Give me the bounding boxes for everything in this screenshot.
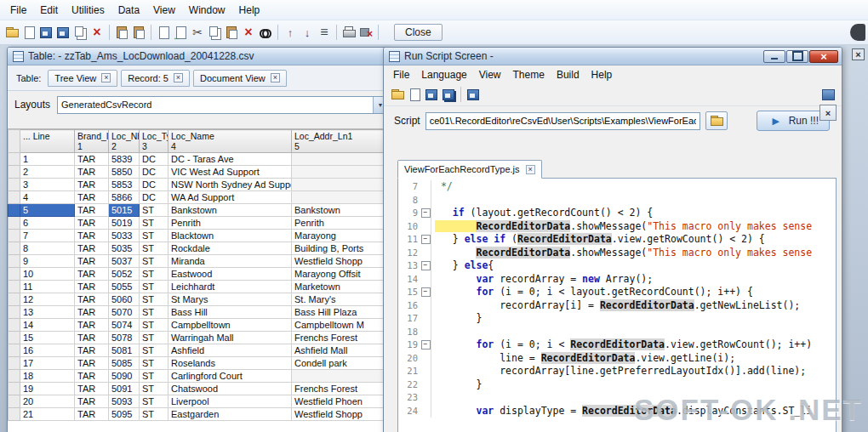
table-cell[interactable]: 11	[20, 281, 75, 293]
panel-close-button[interactable]	[819, 105, 837, 121]
document-export-icon[interactable]	[173, 25, 188, 40]
row-selector[interactable]	[9, 191, 20, 204]
table-cell[interactable]: Penrith	[292, 217, 386, 230]
paste-2-icon[interactable]	[224, 25, 239, 40]
table-cell[interactable]: 5	[20, 204, 75, 217]
table-cell[interactable]: Bass Hill	[168, 306, 292, 319]
code-line[interactable]: 10 RecordEditorData.showMessage("This ma…	[398, 220, 836, 234]
code-line[interactable]: 24 var displayType = RecordEditorData.di…	[398, 405, 836, 418]
table-cell[interactable]: 5035	[109, 242, 140, 255]
table-row[interactable]: 21TAR5095STEastgardenWestfield Shopp	[9, 408, 386, 421]
table-cell[interactable]: Roselands	[168, 357, 292, 370]
table-cell[interactable]: ST	[140, 383, 168, 395]
code-line[interactable]: 9 if (layout.getRecordCount() < 2) {	[398, 207, 836, 220]
table-cell[interactable]: 5074	[109, 319, 140, 332]
new-document-icon[interactable]	[21, 25, 37, 40]
table-cell[interactable]: Frenchs Forest	[292, 383, 386, 395]
table-cell[interactable]: 5853	[109, 179, 140, 191]
table-cell[interactable]: Chatswood	[168, 383, 292, 395]
close-button[interactable]	[809, 50, 838, 63]
table-cell[interactable]: ST	[140, 319, 168, 332]
tab-close-icon[interactable]	[271, 73, 280, 82]
table-cell[interactable]: 5015	[109, 204, 140, 217]
table-cell[interactable]: Ashfield	[168, 344, 292, 357]
table-cell[interactable]: Leichhardt	[168, 281, 292, 293]
table-cell[interactable]: VIC West Ad Support	[168, 166, 292, 179]
table-row[interactable]: 11TAR5055STLeichhardtMarketown	[9, 281, 386, 293]
row-selector[interactable]	[9, 153, 20, 166]
save-icon[interactable]	[38, 25, 54, 40]
script-menu-file[interactable]: File	[387, 67, 415, 82]
table-cell[interactable]: 5850	[109, 166, 140, 179]
table-cell[interactable]: TAR	[75, 408, 109, 421]
open-folder-icon[interactable]	[390, 87, 405, 102]
table-row[interactable]: 4TAR5866DCWA Ad Support	[9, 191, 386, 204]
table-cell[interactable]: 16	[20, 344, 75, 357]
code-line[interactable]: 16 recordArray[i] = RecordEditorData.get…	[398, 299, 836, 313]
table-cell[interactable]: TAR	[75, 370, 109, 383]
script-menu-build[interactable]: Build	[551, 67, 585, 82]
fold-toggle-icon[interactable]	[420, 338, 431, 352]
table-cell[interactable]: ST	[140, 370, 168, 383]
table-cell[interactable]: TAR	[75, 281, 109, 293]
table-row[interactable]: 13TAR5070STBass HillBass Hill Plaza	[9, 306, 386, 319]
fold-toggle-icon[interactable]	[420, 286, 431, 299]
browse-button[interactable]	[705, 111, 728, 130]
row-selector[interactable]	[9, 255, 20, 268]
table-cell[interactable]: Campbelltown M	[292, 319, 386, 332]
table-cell[interactable]: 5839	[109, 153, 140, 166]
table-cell[interactable]: TAR	[75, 357, 109, 370]
console-icon[interactable]	[820, 87, 836, 102]
table-cell[interactable]: ST	[140, 281, 168, 293]
code-line[interactable]: 17 }	[398, 312, 836, 326]
table-cell[interactable]: 5081	[109, 344, 140, 357]
table-cell[interactable]: 6	[20, 217, 75, 230]
row-selector[interactable]	[9, 383, 20, 395]
table-cell[interactable]: Frenchs Forest	[292, 332, 386, 344]
find-icon[interactable]	[258, 25, 273, 40]
code-line[interactable]: 19 for (i = 0; i < RecordEditorData.view…	[398, 338, 836, 352]
column-header[interactable]: Brand_Id1	[75, 130, 109, 153]
table-cell[interactable]: 2	[20, 166, 75, 179]
table-row[interactable]: 20TAR5093STLiverpoolWestfield Phoen	[9, 395, 386, 408]
table-cell[interactable]: Rockdale	[168, 242, 292, 255]
menu-window[interactable]: Window	[182, 2, 232, 19]
table-cell[interactable]: St. Mary's	[292, 293, 386, 306]
table-row[interactable]: 10TAR5052STEastwoodMarayong Offsit	[9, 268, 386, 281]
table-row[interactable]: 5TAR5015STBankstownBankstown	[9, 204, 386, 217]
table-cell[interactable]: ST	[140, 408, 168, 421]
column-header[interactable]: Loc_Name4	[168, 130, 292, 153]
row-selector[interactable]	[9, 357, 20, 370]
mdi-close-icon[interactable]	[852, 48, 865, 60]
table-cell[interactable]: Blacktown	[168, 230, 292, 242]
table-cell[interactable]: TAR	[75, 242, 109, 255]
code-line[interactable]: 8	[398, 194, 836, 207]
table-cell[interactable]: WA Ad Support	[168, 191, 292, 204]
table-cell[interactable]	[292, 191, 386, 204]
table-cell[interactable]: 5055	[109, 281, 140, 293]
table-cell[interactable]	[292, 179, 386, 191]
menu-edit[interactable]: Edit	[33, 2, 65, 19]
table-row[interactable]: 3TAR5853DCNSW North Sydney Ad Support	[9, 179, 386, 191]
table-cell[interactable]	[292, 153, 386, 166]
table-cell[interactable]: 21	[20, 408, 75, 421]
row-selector[interactable]	[9, 281, 20, 293]
script-menu-theme[interactable]: Theme	[507, 67, 551, 82]
code-line[interactable]: 23	[398, 391, 836, 405]
table-row[interactable]: 12TAR5060STSt MarysSt. Mary's	[9, 293, 386, 306]
row-selector[interactable]	[9, 344, 20, 357]
table-cell[interactable]: ST	[140, 395, 168, 408]
save-as-icon[interactable]	[465, 87, 481, 102]
table-cell[interactable]: TAR	[75, 293, 109, 306]
script-menu-language[interactable]: Language	[415, 67, 472, 82]
table-cell[interactable]: ST	[140, 255, 168, 268]
table-cell[interactable]	[292, 166, 386, 179]
table-cell[interactable]: Ashfield Mall	[292, 344, 386, 357]
table-cell[interactable]: TAR	[75, 383, 109, 395]
table-cell[interactable]: DC	[140, 191, 168, 204]
row-selector[interactable]	[9, 204, 20, 217]
menu-file[interactable]: File	[3, 2, 33, 19]
cut-icon[interactable]	[190, 25, 205, 40]
layouts-combobox[interactable]: GeneratedCsvRecord	[57, 96, 387, 114]
table-cell[interactable]: 1	[20, 153, 75, 166]
